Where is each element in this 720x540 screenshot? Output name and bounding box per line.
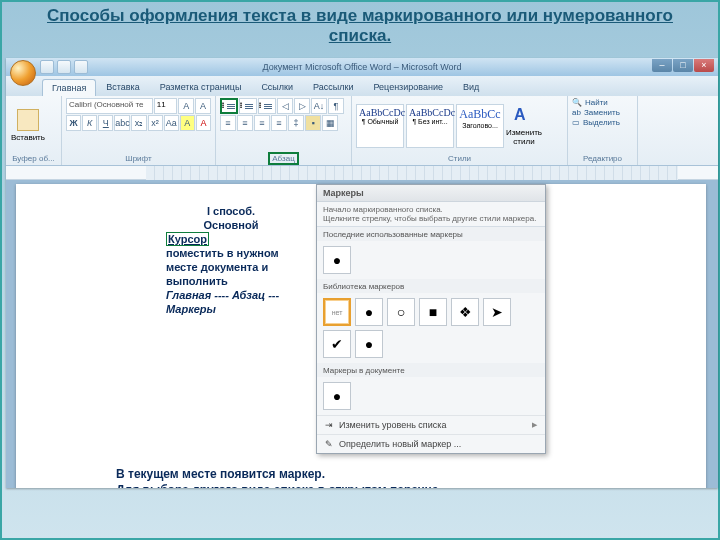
paste-icon	[17, 109, 39, 131]
document-area: I способ. Основной Курсор поместить в ну…	[6, 180, 718, 488]
qat-redo-icon[interactable]	[74, 60, 88, 74]
window-controls: – □ ×	[651, 59, 714, 72]
define-new-bullet[interactable]: ✎ Определить новый маркер ...	[317, 434, 545, 453]
section-recent: Последние использованные маркеры	[317, 227, 545, 241]
tab-mailings[interactable]: Рассылки	[303, 78, 363, 96]
strike-button[interactable]: abc	[114, 115, 130, 131]
find-button[interactable]: 🔍Найти	[572, 98, 608, 107]
group-styles: AaBbCcDc¶ Обычный AaBbCcDc¶ Без инт... A…	[352, 96, 568, 165]
group-paragraph: ◁ ▷ A↓ ¶ ≡ ≡ ≡ ≡ ‡ ▪ ▦ Абзац	[216, 96, 352, 165]
dropdown-description: Начало маркированного списка. Щелкните с…	[317, 202, 545, 227]
change-styles-icon: A	[514, 106, 534, 126]
bullet-lib-1[interactable]: ●	[355, 298, 383, 326]
sort-button[interactable]: A↓	[311, 98, 327, 114]
underline-button[interactable]: Ч	[98, 115, 113, 131]
borders-button[interactable]: ▦	[322, 115, 338, 131]
subscript-button[interactable]: x₂	[131, 115, 146, 131]
style-normal[interactable]: AaBbCcDc¶ Обычный	[356, 104, 404, 148]
shrink-font-button[interactable]: A	[195, 98, 211, 114]
minimize-button[interactable]: –	[652, 59, 672, 72]
bold-button[interactable]: Ж	[66, 115, 81, 131]
bullet-lib-3[interactable]: ■	[419, 298, 447, 326]
page: I способ. Основной Курсор поместить в ну…	[16, 184, 706, 488]
numbering-button[interactable]	[239, 98, 257, 114]
align-right-button[interactable]: ≡	[254, 115, 270, 131]
tab-home[interactable]: Главная	[42, 79, 96, 96]
group-font-label: Шрифт	[66, 153, 211, 163]
bullet-lib-none[interactable]: нет	[323, 298, 351, 326]
slide-title: Способы оформления текста в виде маркиро…	[2, 2, 718, 52]
tab-review[interactable]: Рецензирование	[363, 78, 453, 96]
bullets-button[interactable]	[220, 98, 238, 114]
tab-layout[interactable]: Разметка страницы	[150, 78, 252, 96]
slide: Способы оформления текста в виде маркиро…	[0, 0, 720, 540]
style-heading1[interactable]: AaBbCcЗаголово...	[456, 104, 504, 148]
style-no-spacing[interactable]: AaBbCcDc¶ Без инт...	[406, 104, 454, 148]
bullet-lib-4[interactable]: ❖	[451, 298, 479, 326]
paste-button[interactable]: Вставить	[10, 102, 46, 150]
ribbon-tabs: Главная Вставка Разметка страницы Ссылки…	[6, 76, 718, 96]
window-title: Документ Microsoft Office Word – Microso…	[263, 62, 462, 72]
italic-button[interactable]: К	[82, 115, 97, 131]
chevron-right-icon: ▶	[532, 421, 537, 429]
replace-button[interactable]: abЗаменить	[572, 108, 620, 117]
text-effects-button[interactable]: Aa	[164, 115, 179, 131]
word-window: Документ Microsoft Office Word – Microso…	[6, 58, 718, 488]
superscript-button[interactable]: x²	[148, 115, 163, 131]
group-styles-label: Стили	[356, 153, 563, 163]
font-size-combo[interactable]: 11	[154, 98, 178, 114]
indent-icon: ⇥	[325, 420, 333, 430]
bullet-lib-2[interactable]: ○	[387, 298, 415, 326]
group-paragraph-label: Абзац	[220, 153, 347, 163]
tab-view[interactable]: Вид	[453, 78, 489, 96]
bullet-lib-7[interactable]: ●	[355, 330, 383, 358]
font-color-button[interactable]: A	[196, 115, 211, 131]
dropdown-title: Маркеры	[317, 185, 545, 202]
shading-button[interactable]: ▪	[305, 115, 321, 131]
maximize-button[interactable]: □	[673, 59, 693, 72]
recent-bullets-grid: ●	[317, 241, 545, 279]
section-library: Библиотека маркеров	[317, 279, 545, 293]
group-clipboard: Вставить Буфер об...	[6, 96, 62, 165]
font-name-combo[interactable]: Calibri (Основной те	[66, 98, 153, 114]
cursor-highlight: Курсор	[166, 232, 209, 246]
ribbon: Вставить Буфер об... Calibri (Основной т…	[6, 96, 718, 166]
tab-insert[interactable]: Вставка	[96, 78, 149, 96]
group-clipboard-label: Буфер об...	[10, 153, 57, 163]
select-icon: ▭	[572, 118, 580, 127]
multilevel-button[interactable]	[258, 98, 276, 114]
show-marks-button[interactable]: ¶	[328, 98, 344, 114]
library-bullets-grid: нет ● ○ ■ ❖ ➤ ✔ ●	[317, 293, 545, 363]
bullets-dropdown: Маркеры Начало маркированного списка. Ще…	[316, 184, 546, 454]
define-icon: ✎	[325, 439, 333, 449]
increase-indent-button[interactable]: ▷	[294, 98, 310, 114]
group-editing-label: Редактиро	[572, 153, 633, 163]
bullet-lib-6[interactable]: ✔	[323, 330, 351, 358]
ruler[interactable]	[6, 166, 718, 180]
tab-references[interactable]: Ссылки	[251, 78, 303, 96]
indoc-bullets-grid: ●	[317, 377, 545, 415]
qat-save-icon[interactable]	[40, 60, 54, 74]
bullet-lib-5[interactable]: ➤	[483, 298, 511, 326]
select-button[interactable]: ▭Выделить	[572, 118, 620, 127]
qat-undo-icon[interactable]	[57, 60, 71, 74]
bullet-indoc-0[interactable]: ●	[323, 382, 351, 410]
quick-access-toolbar	[40, 60, 88, 74]
align-left-button[interactable]: ≡	[220, 115, 236, 131]
justify-button[interactable]: ≡	[271, 115, 287, 131]
close-button[interactable]: ×	[694, 59, 714, 72]
group-font: Calibri (Основной те 11 A A Ж К Ч abc x₂…	[62, 96, 216, 165]
highlight-button[interactable]: A	[180, 115, 195, 131]
group-editing: 🔍Найти abЗаменить ▭Выделить Редактиро	[568, 96, 638, 165]
bullet-recent-0[interactable]: ●	[323, 246, 351, 274]
grow-font-button[interactable]: A	[178, 98, 194, 114]
section-indoc: Маркеры в документе	[317, 363, 545, 377]
office-button[interactable]	[10, 60, 36, 86]
change-styles-button[interactable]: A Изменить стили	[506, 102, 542, 150]
titlebar: Документ Microsoft Office Word – Microso…	[6, 58, 718, 76]
decrease-indent-button[interactable]: ◁	[277, 98, 293, 114]
align-center-button[interactable]: ≡	[237, 115, 253, 131]
bottom-text: В текущем месте появится маркер. Для выб…	[116, 466, 636, 488]
line-spacing-button[interactable]: ‡	[288, 115, 304, 131]
change-list-level[interactable]: ⇥ Изменить уровень списка ▶	[317, 415, 545, 434]
